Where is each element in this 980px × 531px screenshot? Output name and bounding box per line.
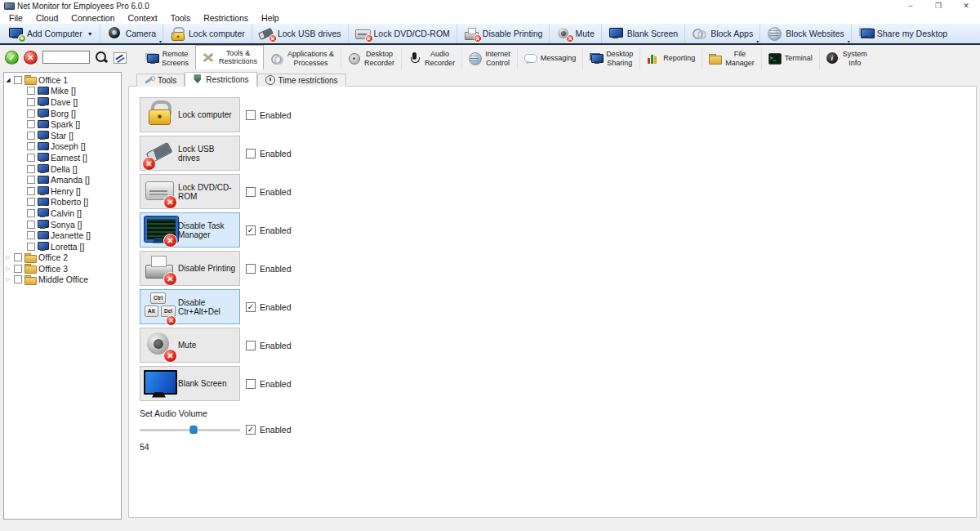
tree-computer-spark[interactable]: Spark [] (4, 118, 121, 130)
menu-file[interactable]: File (2, 13, 29, 23)
menu-tools[interactable]: Tools (164, 13, 198, 23)
tree-computer-star[interactable]: Star [] (4, 130, 121, 141)
toolbar-add-computer[interactable]: +Add Computer▼ (2, 24, 100, 43)
enabled-checkbox[interactable] (246, 341, 256, 350)
expand-icon[interactable]: ▷ (4, 276, 12, 283)
volume-enabled-checkbox[interactable]: ✓ (246, 425, 256, 435)
tab-tools-restrictions[interactable]: Tools &Restrictions (195, 45, 264, 69)
tree-computer-joseph[interactable]: Joseph [] (4, 141, 121, 153)
enabled-checkbox[interactable] (246, 379, 256, 389)
tab-internet-control[interactable]: InternetControl (461, 47, 517, 69)
disconnect-button[interactable]: ✕ (24, 51, 38, 65)
tab-file-manager[interactable]: FileManager (702, 47, 761, 69)
log-edit-icon[interactable] (113, 51, 127, 64)
tree-checkbox[interactable] (27, 132, 35, 140)
connect-button[interactable]: ✓ (5, 51, 19, 65)
toolbar-lock-dvd-cd-rom[interactable]: ✕Lock DVD/CD-ROM (348, 24, 457, 43)
tab-audio-recorder[interactable]: AudioRecorder (401, 47, 461, 69)
enabled-checkbox[interactable]: ✓ (246, 302, 256, 312)
expand-icon[interactable]: ▷ (4, 266, 12, 272)
tree-checkbox[interactable] (27, 176, 35, 184)
toolbar-block-websites[interactable]: Block Websites (760, 24, 851, 43)
restriction-tile-lock-dvd-cd-rom[interactable]: ✕Lock DVD/CD-ROM (140, 174, 240, 209)
tree-group-office-1[interactable]: ◢Office 1 (4, 74, 121, 86)
restriction-tile-blank-screen[interactable]: Blank Screen (140, 366, 240, 401)
restriction-tile-lock-usb-drives[interactable]: ✕Lock USB drives (140, 136, 240, 171)
tree-computer-roberto[interactable]: Roberto [] (4, 197, 121, 208)
toolbar-share-my-desktop[interactable]: Share my Desktop (851, 24, 954, 43)
tree-computer-loretta[interactable]: Loretta [] (4, 241, 121, 252)
enabled-checkbox[interactable]: ✓ (246, 225, 256, 235)
tree-computer-mike[interactable]: Mike [] (4, 86, 121, 97)
tree-computer-borg[interactable]: Borg [] (4, 108, 121, 119)
tree-checkbox[interactable] (27, 243, 35, 251)
toolbar-lock-usb-drives[interactable]: ✕Lock USB drives (252, 24, 348, 43)
volume-slider-thumb[interactable] (190, 426, 198, 434)
tree-computer-sonya[interactable]: Sonya [] (4, 219, 121, 230)
tree-checkbox[interactable] (27, 187, 35, 195)
toolbar-blank-screen[interactable]: Blank Screen (601, 24, 684, 43)
enabled-checkbox[interactable] (246, 264, 256, 274)
tree-checkbox[interactable] (14, 253, 22, 261)
menu-help[interactable]: Help (255, 13, 286, 23)
menu-cloud[interactable]: Cloud (29, 13, 65, 23)
toolbar-disable-printing[interactable]: ✕Disable Printing (457, 24, 550, 43)
toolbar-lock-computer[interactable]: Lock computer (163, 24, 252, 43)
maximize-button[interactable]: ❐ (924, 0, 952, 12)
tab-applications-processes[interactable]: Applications &Processes (264, 47, 341, 69)
tree-checkbox[interactable] (14, 76, 22, 84)
tree-checkbox[interactable] (14, 275, 22, 283)
tree-computer-dave[interactable]: Dave [] (4, 96, 121, 108)
tree-computer-amanda[interactable]: Amanda [] (4, 174, 121, 185)
tree-group-office-3[interactable]: ▷Office 3 (4, 263, 121, 274)
close-button[interactable]: ✕ (952, 0, 980, 12)
enabled-checkbox[interactable] (246, 187, 256, 197)
restriction-tile-lock-computer[interactable]: Lock computer (140, 97, 240, 132)
tree-checkbox[interactable] (27, 231, 35, 239)
tree-checkbox[interactable] (27, 198, 35, 206)
restriction-tile-disable-task-manager[interactable]: ✕Disable Task Manager (140, 212, 240, 248)
tree-checkbox[interactable] (27, 165, 35, 173)
tree-checkbox[interactable] (27, 109, 35, 118)
volume-slider[interactable] (140, 425, 240, 435)
tree-checkbox[interactable] (14, 265, 22, 273)
tree-group-office-2[interactable]: ▷Office 2 (4, 252, 121, 264)
enabled-checkbox[interactable] (246, 110, 256, 120)
menu-connection[interactable]: Connection (65, 13, 121, 23)
tree-checkbox[interactable] (27, 209, 35, 217)
search-icon[interactable] (95, 51, 108, 64)
tree-computer-jeanette[interactable]: Jeanette [] (4, 230, 121, 241)
tree-computer-calvin[interactable]: Calvin [] (4, 207, 121, 219)
tab-desktop-sharing[interactable]: DesktopSharing (582, 47, 639, 69)
tab-messaging[interactable]: Messaging (517, 47, 583, 69)
tree-checkbox[interactable] (27, 142, 35, 150)
collapse-icon[interactable]: ◢ (4, 77, 12, 83)
restriction-tile-mute[interactable]: ✕Mute (140, 328, 240, 363)
tree-computer-henry[interactable]: Henry [] (4, 185, 121, 197)
tree-checkbox[interactable] (27, 120, 35, 128)
menu-restrictions[interactable]: Restrictions (197, 13, 255, 23)
menu-context[interactable]: Context (121, 13, 163, 23)
tree-group-middle-office[interactable]: ▷Middle Office (4, 274, 121, 286)
expand-icon[interactable]: ▷ (4, 254, 12, 261)
subtab-restrictions[interactable]: Restrictions (185, 72, 256, 87)
tab-desktop-recorder[interactable]: DesktopRecorder (341, 47, 401, 69)
tab-remote-screens[interactable]: RemoteScreens (138, 47, 195, 69)
tree-computer-della[interactable]: Della [] (4, 163, 121, 175)
tab-terminal[interactable]: Terminal (761, 47, 819, 69)
tree-checkbox[interactable] (27, 98, 35, 106)
toolbar-block-apps[interactable]: Block Apps (684, 24, 760, 43)
tree-checkbox[interactable] (27, 221, 35, 229)
tab-reporting[interactable]: Reporting (639, 47, 702, 69)
search-input[interactable] (42, 51, 90, 64)
enabled-checkbox[interactable] (246, 149, 256, 158)
subtab-tools[interactable]: Tools (136, 74, 185, 87)
tab-system-info[interactable]: SystemInfo (819, 47, 874, 69)
subtab-time-restrictions[interactable]: Time restrictions (257, 74, 346, 87)
tree-computer-earnest[interactable]: Earnest [] (4, 152, 121, 163)
toolbar-mute[interactable]: ✕Mute (549, 24, 600, 43)
toolbar-camera[interactable]: Camera (100, 24, 163, 43)
tree-checkbox[interactable] (27, 87, 35, 95)
tree-checkbox[interactable] (27, 154, 35, 162)
restriction-tile-disable-ctr-alt-del[interactable]: CtrlAltDel✕Disable Ctr+Alt+Del (140, 289, 240, 324)
